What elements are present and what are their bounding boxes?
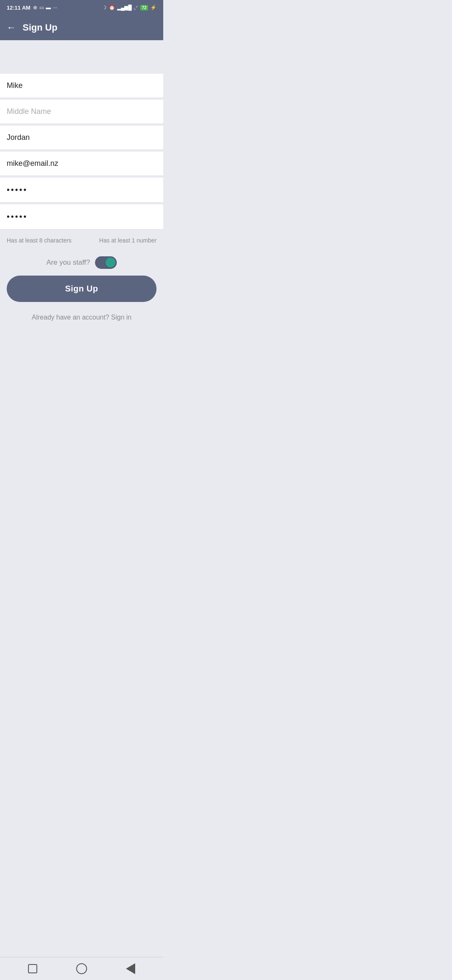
location-icon: ⊕ [33, 5, 37, 10]
status-bar: 12:11 AM ⊕ ▭ ▬ ··· ☽ ⏰ ▂▄▆█ ◟◜ 72 ⚡ [0, 0, 163, 15]
page-title: Sign Up [23, 22, 57, 33]
alarm-icon: ⏰ [109, 5, 115, 10]
signin-link[interactable]: Already have an account? Sign in [0, 310, 163, 331]
number-hint: Has at least 1 number [99, 237, 157, 244]
staff-label: Are you staff? [46, 258, 90, 267]
email-input[interactable] [7, 159, 157, 168]
top-spacer [0, 40, 163, 74]
more-icon: ··· [53, 5, 57, 10]
middle-name-field[interactable] [0, 100, 163, 124]
password-input[interactable] [7, 185, 157, 195]
staff-toggle-row: Are you staff? [0, 250, 163, 276]
email-field[interactable] [0, 152, 163, 176]
characters-hint: Has at least 8 characters [7, 237, 72, 244]
password-hints: Has at least 8 characters Has at least 1… [0, 231, 163, 250]
signup-button[interactable]: Sign Up [7, 276, 157, 302]
wifi-icon: ◟◜ [134, 5, 138, 10]
charging-icon: ⚡ [150, 5, 157, 10]
status-time: 12:11 AM [7, 5, 31, 11]
first-name-field[interactable] [0, 74, 163, 98]
status-right-icons: ☽ ⏰ ▂▄▆█ ◟◜ 72 ⚡ [102, 5, 157, 10]
signal-icon: ▂▄▆█ [117, 5, 132, 10]
back-button[interactable]: ← [7, 22, 16, 33]
password-field[interactable] [0, 178, 163, 203]
bottom-spacer [0, 331, 163, 361]
last-name-input[interactable] [7, 133, 157, 142]
moon-icon: ☽ [102, 5, 107, 10]
first-name-input[interactable] [7, 81, 157, 90]
content-area: Has at least 8 characters Has at least 1… [0, 40, 163, 361]
last-name-field[interactable] [0, 126, 163, 150]
app-bar: ← Sign Up [0, 15, 163, 40]
confirm-password-input[interactable] [7, 212, 157, 222]
screen-icon: ▭ [39, 5, 44, 10]
tablet-icon: ▬ [46, 5, 51, 10]
middle-name-input[interactable] [7, 107, 157, 116]
confirm-password-field[interactable] [0, 204, 163, 230]
toggle-track[interactable] [95, 256, 117, 269]
staff-toggle[interactable] [95, 256, 117, 269]
toggle-thumb [105, 258, 116, 268]
battery-indicator: 72 [140, 5, 148, 10]
